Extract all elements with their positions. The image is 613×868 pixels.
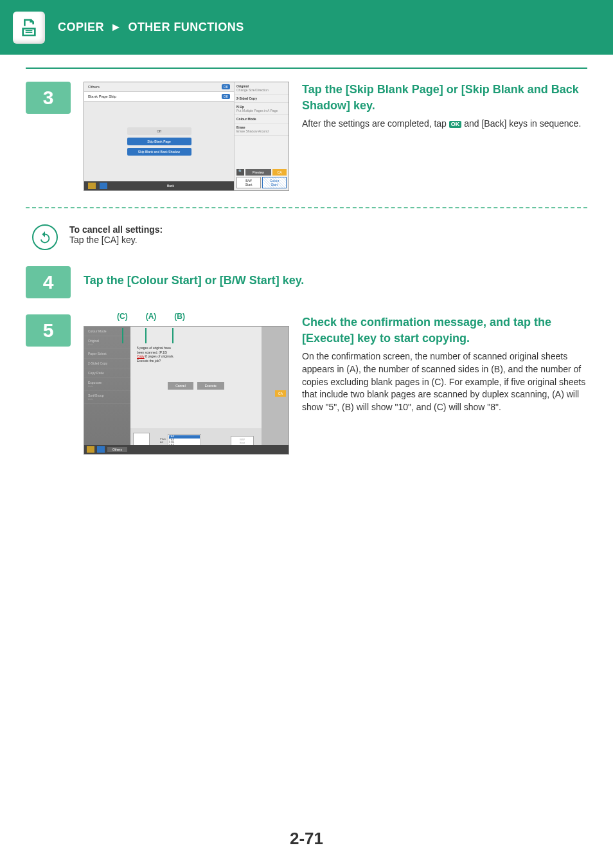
panel-title: Others bbox=[88, 85, 100, 89]
step5-text: Check the confirmation message, and tap … bbox=[302, 314, 587, 455]
step4-title: Tap the [Colour Start] or [B/W Start] ke… bbox=[84, 273, 587, 289]
star-icon[interactable] bbox=[87, 446, 94, 453]
cancel-button[interactable]: Cancel bbox=[168, 382, 193, 390]
sidebar-item[interactable]: 2-Sided Copy bbox=[84, 359, 130, 368]
sidebar-item[interactable]: Paper Select bbox=[84, 349, 130, 359]
breadcrumb-section[interactable]: COPIER bbox=[58, 21, 104, 33]
colour-mode[interactable]: Colour Mode bbox=[236, 117, 256, 121]
indicator-c bbox=[122, 328, 123, 343]
cancel-note-body: Tap the [CA] key. bbox=[69, 235, 138, 245]
step-5: 5 (C) (A) (B) Colour Mode OriginalAuto P… bbox=[26, 314, 587, 455]
dashed-divider bbox=[26, 207, 587, 208]
step5-title: Check the confirmation message, and tap … bbox=[302, 314, 587, 347]
back-button[interactable]: Back bbox=[111, 184, 230, 188]
ok-button[interactable]: OK bbox=[222, 84, 230, 89]
option-skip-blank[interactable]: Skip Blank Page bbox=[127, 138, 191, 145]
step-number: 4 bbox=[26, 266, 71, 298]
ok-icon: OK bbox=[449, 121, 462, 128]
step3-text: Tap the [Skip Blank Page] or [Skip Blank… bbox=[302, 82, 587, 191]
option-skip-shadow[interactable]: Skip Blank and Back Shadow bbox=[127, 148, 191, 156]
two-sided-copy[interactable]: 2-Sided Copy bbox=[236, 96, 257, 100]
label-b: (B) bbox=[174, 312, 185, 321]
ca-button[interactable]: CA bbox=[272, 169, 287, 176]
panel-subtitle: Blank Page Skip bbox=[88, 95, 116, 98]
cancel-note: To cancel all settings: Tap the [CA] key… bbox=[26, 224, 587, 250]
sidebar-item[interactable]: Copy Ratio bbox=[84, 368, 130, 378]
step5-body: On the confirmation screen, the number o… bbox=[302, 350, 587, 413]
confirmation-message: 5 pages of original have been scanned. (… bbox=[137, 346, 255, 363]
magnifier-icon[interactable]: 🔍 bbox=[236, 169, 244, 176]
sidebar-item[interactable]: Sort/GroupAuto bbox=[84, 391, 130, 404]
cancel-note-title: To cancel all settings: bbox=[69, 224, 163, 235]
step3-screenshot: Others OK Blank Page Skip OK Off Skip Bl… bbox=[84, 82, 289, 191]
indicator-a bbox=[145, 328, 147, 343]
page-header: COPIER ► OTHER FUNCTIONS bbox=[0, 0, 613, 55]
label-c: (C) bbox=[117, 312, 128, 321]
breadcrumb: COPIER ► OTHER FUNCTIONS bbox=[58, 21, 244, 34]
option-off[interactable]: Off bbox=[127, 127, 191, 135]
indicator-b bbox=[172, 328, 173, 343]
divider bbox=[26, 68, 587, 69]
execute-button[interactable]: Execute bbox=[197, 382, 224, 390]
step3-title: Tap the [Skip Blank Page] or [Skip Blank… bbox=[302, 82, 587, 114]
step-4: 4 Tap the [Colour Start] or [B/W Start] … bbox=[26, 266, 587, 298]
step3-body-pre: After the settings are completed, tap bbox=[302, 118, 449, 129]
sidebar-item[interactable]: ExposureAuto bbox=[84, 378, 130, 391]
ca-button[interactable]: CA bbox=[275, 390, 286, 397]
check-icon[interactable] bbox=[100, 183, 107, 189]
others-button[interactable]: Others bbox=[107, 447, 127, 452]
undo-icon bbox=[32, 224, 58, 250]
step3-body-post: and [Back] keys in sequence. bbox=[464, 118, 581, 129]
step-number: 3 bbox=[26, 82, 71, 114]
check-icon[interactable] bbox=[97, 446, 105, 453]
step-3: 3 Others OK Blank Page Skip OK Off Skip … bbox=[26, 82, 587, 191]
bw-start-button[interactable]: B/WStart bbox=[236, 177, 261, 188]
copier-icon bbox=[13, 12, 45, 44]
colour-start-button[interactable]: ColourStart bbox=[262, 177, 287, 188]
page-number: 2-71 bbox=[0, 829, 613, 849]
label-a: (A) bbox=[146, 312, 157, 321]
preview-button[interactable]: Preview bbox=[245, 169, 271, 176]
ok-button[interactable]: OK bbox=[222, 94, 230, 99]
star-icon[interactable] bbox=[88, 183, 96, 189]
step-number: 5 bbox=[26, 314, 71, 347]
breadcrumb-subsection[interactable]: OTHER FUNCTIONS bbox=[128, 21, 244, 33]
breadcrumb-arrow-icon: ► bbox=[111, 21, 122, 33]
step5-screenshot: (C) (A) (B) Colour Mode OriginalAuto Pap… bbox=[84, 314, 289, 455]
